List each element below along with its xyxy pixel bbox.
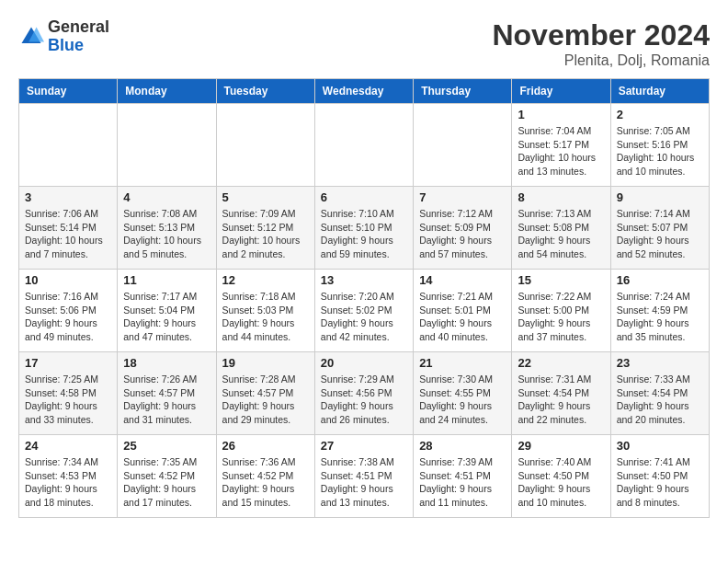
calendar-cell: 25Sunrise: 7:35 AM Sunset: 4:52 PM Dayli…	[118, 435, 216, 518]
logo-icon	[18, 24, 44, 50]
day-info: Sunrise: 7:06 AM Sunset: 5:14 PM Dayligh…	[25, 207, 111, 261]
day-number: 7	[419, 190, 506, 204]
day-number: 14	[419, 273, 506, 287]
day-number: 15	[518, 273, 604, 287]
calendar-header-wednesday: Wednesday	[314, 79, 413, 104]
calendar-cell	[216, 104, 314, 187]
calendar-cell	[118, 104, 216, 187]
day-number: 16	[617, 273, 703, 287]
calendar-header-tuesday: Tuesday	[216, 79, 314, 104]
day-info: Sunrise: 7:40 AM Sunset: 4:50 PM Dayligh…	[518, 455, 604, 510]
day-info: Sunrise: 7:39 AM Sunset: 4:51 PM Dayligh…	[419, 455, 506, 510]
day-number: 29	[518, 439, 604, 453]
day-info: Sunrise: 7:13 AM Sunset: 5:08 PM Dayligh…	[518, 207, 604, 261]
day-info: Sunrise: 7:04 AM Sunset: 5:17 PM Dayligh…	[518, 124, 604, 178]
day-number: 3	[25, 190, 111, 204]
calendar-cell: 14Sunrise: 7:21 AM Sunset: 5:01 PM Dayli…	[414, 270, 512, 352]
day-number: 2	[617, 108, 703, 121]
day-info: Sunrise: 7:17 AM Sunset: 5:04 PM Dayligh…	[123, 290, 210, 344]
month-title: November 2024	[492, 18, 710, 52]
calendar-cell: 19Sunrise: 7:28 AM Sunset: 4:57 PM Dayli…	[216, 352, 314, 435]
day-number: 11	[123, 273, 210, 287]
title-section: November 2024 Plenita, Dolj, Romania	[492, 18, 710, 69]
day-number: 17	[25, 356, 111, 370]
calendar-table: SundayMondayTuesdayWednesdayThursdayFrid…	[18, 78, 710, 518]
calendar-cell: 30Sunrise: 7:41 AM Sunset: 4:50 PM Dayli…	[610, 435, 709, 518]
calendar-cell: 4Sunrise: 7:08 AM Sunset: 5:13 PM Daylig…	[118, 187, 216, 270]
day-number: 21	[419, 356, 506, 370]
day-number: 8	[518, 190, 604, 204]
day-info: Sunrise: 7:29 AM Sunset: 4:56 PM Dayligh…	[321, 373, 407, 427]
day-number: 19	[222, 356, 309, 370]
calendar-week-3: 10Sunrise: 7:16 AM Sunset: 5:06 PM Dayli…	[19, 270, 710, 352]
day-info: Sunrise: 7:24 AM Sunset: 4:59 PM Dayligh…	[617, 290, 703, 344]
calendar-cell: 17Sunrise: 7:25 AM Sunset: 4:58 PM Dayli…	[19, 352, 118, 435]
calendar-header-monday: Monday	[118, 79, 216, 104]
day-info: Sunrise: 7:12 AM Sunset: 5:09 PM Dayligh…	[419, 207, 506, 261]
calendar-week-5: 24Sunrise: 7:34 AM Sunset: 4:53 PM Dayli…	[19, 435, 710, 518]
calendar-week-4: 17Sunrise: 7:25 AM Sunset: 4:58 PM Dayli…	[19, 352, 710, 435]
day-info: Sunrise: 7:33 AM Sunset: 4:54 PM Dayligh…	[617, 373, 703, 427]
calendar-cell: 21Sunrise: 7:30 AM Sunset: 4:55 PM Dayli…	[414, 352, 512, 435]
day-info: Sunrise: 7:34 AM Sunset: 4:53 PM Dayligh…	[25, 455, 111, 510]
day-number: 25	[123, 439, 210, 453]
calendar-cell: 8Sunrise: 7:13 AM Sunset: 5:08 PM Daylig…	[512, 187, 610, 270]
day-number: 24	[25, 439, 111, 453]
calendar-cell: 28Sunrise: 7:39 AM Sunset: 4:51 PM Dayli…	[414, 435, 512, 518]
calendar-cell: 27Sunrise: 7:38 AM Sunset: 4:51 PM Dayli…	[314, 435, 413, 518]
calendar-cell: 1Sunrise: 7:04 AM Sunset: 5:17 PM Daylig…	[512, 104, 610, 187]
day-info: Sunrise: 7:18 AM Sunset: 5:03 PM Dayligh…	[222, 290, 309, 344]
day-number: 26	[222, 439, 309, 453]
day-info: Sunrise: 7:05 AM Sunset: 5:16 PM Dayligh…	[617, 124, 703, 178]
location: Plenita, Dolj, Romania	[492, 52, 710, 69]
day-number: 12	[222, 273, 309, 287]
day-number: 1	[518, 108, 604, 121]
day-info: Sunrise: 7:30 AM Sunset: 4:55 PM Dayligh…	[419, 373, 506, 427]
day-number: 9	[617, 190, 703, 204]
calendar-cell: 10Sunrise: 7:16 AM Sunset: 5:06 PM Dayli…	[19, 270, 118, 352]
calendar-header-sunday: Sunday	[19, 79, 118, 104]
calendar-cell: 29Sunrise: 7:40 AM Sunset: 4:50 PM Dayli…	[512, 435, 610, 518]
calendar-cell: 6Sunrise: 7:10 AM Sunset: 5:10 PM Daylig…	[314, 187, 413, 270]
day-number: 6	[321, 190, 407, 204]
day-number: 27	[321, 439, 407, 453]
calendar-cell: 22Sunrise: 7:31 AM Sunset: 4:54 PM Dayli…	[512, 352, 610, 435]
calendar-cell: 13Sunrise: 7:20 AM Sunset: 5:02 PM Dayli…	[314, 270, 413, 352]
calendar-cell: 7Sunrise: 7:12 AM Sunset: 5:09 PM Daylig…	[414, 187, 512, 270]
calendar-cell: 11Sunrise: 7:17 AM Sunset: 5:04 PM Dayli…	[118, 270, 216, 352]
logo: General Blue	[18, 18, 109, 55]
day-info: Sunrise: 7:10 AM Sunset: 5:10 PM Dayligh…	[321, 207, 407, 261]
day-info: Sunrise: 7:20 AM Sunset: 5:02 PM Dayligh…	[321, 290, 407, 344]
day-info: Sunrise: 7:41 AM Sunset: 4:50 PM Dayligh…	[617, 455, 703, 510]
day-info: Sunrise: 7:38 AM Sunset: 4:51 PM Dayligh…	[321, 455, 407, 510]
day-info: Sunrise: 7:28 AM Sunset: 4:57 PM Dayligh…	[222, 373, 309, 427]
day-info: Sunrise: 7:25 AM Sunset: 4:58 PM Dayligh…	[25, 373, 111, 427]
day-info: Sunrise: 7:16 AM Sunset: 5:06 PM Dayligh…	[25, 290, 111, 344]
calendar-cell: 3Sunrise: 7:06 AM Sunset: 5:14 PM Daylig…	[19, 187, 118, 270]
calendar-cell: 15Sunrise: 7:22 AM Sunset: 5:00 PM Dayli…	[512, 270, 610, 352]
page-header: General Blue November 2024 Plenita, Dolj…	[18, 18, 710, 69]
calendar-header-saturday: Saturday	[610, 79, 709, 104]
day-number: 10	[25, 273, 111, 287]
day-number: 18	[123, 356, 210, 370]
day-info: Sunrise: 7:14 AM Sunset: 5:07 PM Dayligh…	[617, 207, 703, 261]
calendar-cell	[414, 104, 512, 187]
day-info: Sunrise: 7:36 AM Sunset: 4:52 PM Dayligh…	[222, 455, 309, 510]
calendar-cell: 20Sunrise: 7:29 AM Sunset: 4:56 PM Dayli…	[314, 352, 413, 435]
calendar-cell: 24Sunrise: 7:34 AM Sunset: 4:53 PM Dayli…	[19, 435, 118, 518]
day-number: 20	[321, 356, 407, 370]
day-number: 23	[617, 356, 703, 370]
calendar-cell: 5Sunrise: 7:09 AM Sunset: 5:12 PM Daylig…	[216, 187, 314, 270]
calendar-cell: 12Sunrise: 7:18 AM Sunset: 5:03 PM Dayli…	[216, 270, 314, 352]
day-number: 5	[222, 190, 309, 204]
calendar-cell: 2Sunrise: 7:05 AM Sunset: 5:16 PM Daylig…	[610, 104, 709, 187]
day-info: Sunrise: 7:21 AM Sunset: 5:01 PM Dayligh…	[419, 290, 506, 344]
day-info: Sunrise: 7:35 AM Sunset: 4:52 PM Dayligh…	[123, 455, 210, 510]
calendar-week-1: 1Sunrise: 7:04 AM Sunset: 5:17 PM Daylig…	[19, 104, 710, 187]
day-number: 22	[518, 356, 604, 370]
day-info: Sunrise: 7:26 AM Sunset: 4:57 PM Dayligh…	[123, 373, 210, 427]
day-info: Sunrise: 7:09 AM Sunset: 5:12 PM Dayligh…	[222, 207, 309, 261]
day-number: 28	[419, 439, 506, 453]
calendar-cell: 23Sunrise: 7:33 AM Sunset: 4:54 PM Dayli…	[610, 352, 709, 435]
calendar-cell: 9Sunrise: 7:14 AM Sunset: 5:07 PM Daylig…	[610, 187, 709, 270]
